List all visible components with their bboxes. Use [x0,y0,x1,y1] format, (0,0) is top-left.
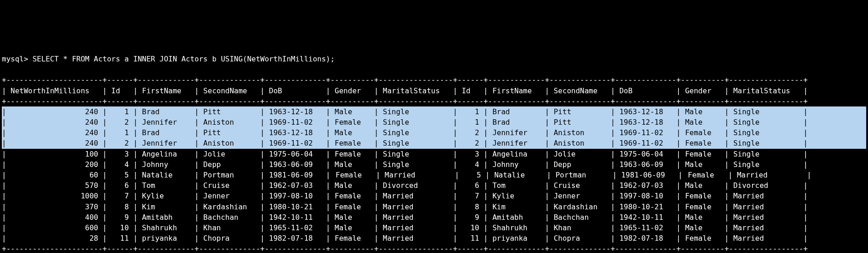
table-row: | 240 | 1 | Brad | Pitt | 1963-12-18 | M… [2,127,866,138]
terminal-output: mysql> SELECT * FROM Actors a INNER JOIN… [0,42,868,253]
table-row: | 60 | 5 | Natalie | Portman | 1981-06-0… [2,170,866,180]
mysql-prompt: mysql> [2,55,32,63]
table-row: | 200 | 4 | Johnny | Depp | 1963-06-09 |… [2,159,866,170]
gender-tag: Female [687,171,715,179]
table-row: | 28 | 11 | priyanka | Chopra | 1982-07-… [2,233,866,243]
table-separator: +----------------------+------+---------… [2,243,866,253]
table-row: | 240 | 1 | Brad | Pitt | 1963-12-18 | M… [2,106,866,117]
table-row: | 240 | 2 | Jennifer | Aniston | 1969-11… [2,117,866,127]
gender-tag: Female [335,171,363,179]
sql-query: SELECT * FROM Actors a INNER JOIN Actors… [32,55,335,63]
table-row: | 1000 | 7 | Kylie | Jenner | 1997-08-10… [2,191,866,201]
table-row: | 370 | 8 | Kim | Kardashian | 1980-10-2… [2,202,866,212]
table-row: | 100 | 3 | Angelina | Jolie | 1975-06-0… [2,149,866,159]
table-row: | 240 | 2 | Jennifer | Aniston | 1969-11… [2,138,866,148]
table-row: | 600 | 10 | Shahrukh | Khan | 1965-11-0… [2,223,866,233]
table-separator: +----------------------+------+---------… [2,75,866,85]
result-table: +----------------------+------+---------… [2,75,866,253]
table-separator: +----------------------+------+---------… [2,96,866,106]
table-row: | 570 | 6 | Tom | Cruise | 1962-07-03 | … [2,180,866,191]
table-row: | 400 | 9 | Amitabh | Bachchan | 1942-10… [2,212,866,223]
table-header: | NetWorthInMillions | Id | FirstName | … [2,86,866,96]
query-line: mysql> SELECT * FROM Actors a INNER JOIN… [2,54,866,64]
